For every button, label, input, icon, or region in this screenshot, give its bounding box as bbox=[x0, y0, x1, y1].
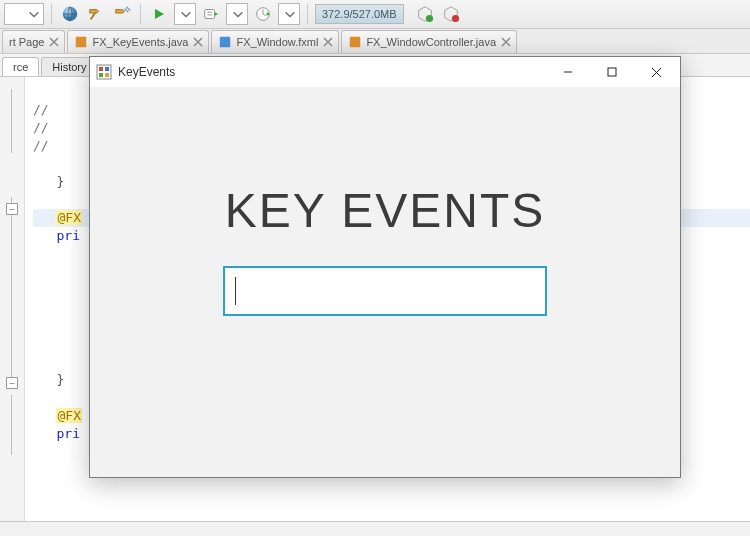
fxml-file-icon bbox=[218, 35, 232, 49]
heading-label: KEY EVENTS bbox=[225, 183, 546, 238]
cube-red-icon bbox=[442, 5, 460, 23]
horizontal-scrollbar[interactable] bbox=[0, 521, 750, 536]
tab-keyevents-java[interactable]: FX_KeyEvents.java bbox=[67, 30, 209, 53]
java-app-icon bbox=[96, 64, 112, 80]
close-icon bbox=[651, 67, 662, 78]
clock-icon bbox=[254, 5, 272, 23]
debug-icon bbox=[202, 5, 220, 23]
java-file-icon bbox=[348, 35, 362, 49]
editor-tabs: rt Page FX_KeyEvents.java FX_Window.fxml… bbox=[0, 29, 750, 54]
globe-button[interactable] bbox=[59, 3, 81, 25]
tab-window-controller[interactable]: FX_WindowController.java bbox=[341, 30, 517, 53]
run-dropdown[interactable] bbox=[174, 3, 196, 25]
close-icon[interactable] bbox=[48, 36, 60, 48]
code-annotation: @FX bbox=[56, 408, 81, 423]
code-line: // bbox=[33, 102, 49, 117]
svg-rect-12 bbox=[105, 73, 109, 77]
java-file-icon bbox=[74, 35, 88, 49]
debug-dropdown[interactable] bbox=[226, 3, 248, 25]
svg-point-4 bbox=[452, 15, 459, 22]
maximize-icon bbox=[607, 67, 617, 77]
code-line: // bbox=[33, 138, 49, 153]
code-keyword: pri bbox=[56, 228, 79, 243]
cube-green-icon bbox=[416, 5, 434, 23]
subtab-label: rce bbox=[13, 61, 28, 73]
main-toolbar: 372.9/527.0MB bbox=[0, 0, 750, 29]
memory-indicator[interactable]: 372.9/527.0MB bbox=[315, 4, 404, 24]
editor-gutter: – – bbox=[0, 77, 25, 521]
clean-build-button[interactable] bbox=[111, 3, 133, 25]
chevron-down-icon bbox=[283, 7, 297, 21]
toolbar-separator bbox=[51, 4, 52, 24]
cube-green-button[interactable] bbox=[414, 3, 436, 25]
fold-toggle[interactable]: – bbox=[6, 203, 18, 215]
chevron-down-icon bbox=[231, 7, 245, 21]
svg-rect-10 bbox=[105, 67, 109, 71]
window-title: KeyEvents bbox=[118, 65, 175, 79]
hammer-icon bbox=[87, 5, 105, 23]
code-line: // bbox=[33, 120, 49, 135]
svg-rect-7 bbox=[350, 37, 361, 48]
play-icon bbox=[152, 7, 166, 21]
window-titlebar[interactable]: KeyEvents bbox=[90, 57, 680, 87]
cube-red-button[interactable] bbox=[440, 3, 462, 25]
svg-rect-11 bbox=[99, 73, 103, 77]
chevron-down-icon bbox=[179, 7, 193, 21]
tab-label: FX_WindowController.java bbox=[366, 36, 496, 48]
globe-icon bbox=[61, 5, 79, 23]
keyevents-window: KeyEvents KEY EVENTS bbox=[89, 56, 681, 478]
tab-label: rt Page bbox=[9, 36, 44, 48]
profile-dropdown[interactable] bbox=[278, 3, 300, 25]
text-input[interactable] bbox=[223, 266, 547, 316]
svg-rect-13 bbox=[608, 68, 616, 76]
svg-rect-5 bbox=[76, 37, 87, 48]
memory-text: 372.9/527.0MB bbox=[322, 8, 397, 20]
minimize-icon bbox=[563, 67, 573, 77]
subtab-source[interactable]: rce bbox=[2, 57, 39, 76]
chevron-down-icon bbox=[27, 7, 41, 21]
caret-icon bbox=[235, 277, 236, 305]
tab-window-fxml[interactable]: FX_Window.fxml bbox=[211, 30, 339, 53]
run-button[interactable] bbox=[148, 3, 170, 25]
code-line: } bbox=[56, 372, 64, 387]
close-icon[interactable] bbox=[192, 36, 204, 48]
window-close-button[interactable] bbox=[634, 57, 678, 87]
code-annotation: @FX bbox=[56, 210, 81, 225]
code-keyword: pri bbox=[56, 426, 79, 441]
debug-button[interactable] bbox=[200, 3, 222, 25]
toolbar-separator bbox=[140, 4, 141, 24]
window-maximize-button[interactable] bbox=[590, 57, 634, 87]
tab-label: FX_Window.fxml bbox=[236, 36, 318, 48]
window-minimize-button[interactable] bbox=[546, 57, 590, 87]
config-dropdown[interactable] bbox=[4, 3, 44, 25]
close-icon[interactable] bbox=[322, 36, 334, 48]
svg-rect-6 bbox=[220, 37, 231, 48]
close-icon[interactable] bbox=[500, 36, 512, 48]
fold-toggle[interactable]: – bbox=[6, 377, 18, 389]
svg-point-3 bbox=[426, 15, 433, 22]
subtab-label: History bbox=[52, 61, 86, 73]
broom-hammer-icon bbox=[113, 5, 131, 23]
tab-start-page[interactable]: rt Page bbox=[2, 30, 65, 53]
hammer-button[interactable] bbox=[85, 3, 107, 25]
toolbar-separator bbox=[307, 4, 308, 24]
profile-button[interactable] bbox=[252, 3, 274, 25]
svg-rect-1 bbox=[205, 10, 215, 19]
svg-rect-9 bbox=[99, 67, 103, 71]
tab-label: FX_KeyEvents.java bbox=[92, 36, 188, 48]
code-line: } bbox=[56, 174, 64, 189]
window-body: KEY EVENTS bbox=[90, 87, 680, 477]
